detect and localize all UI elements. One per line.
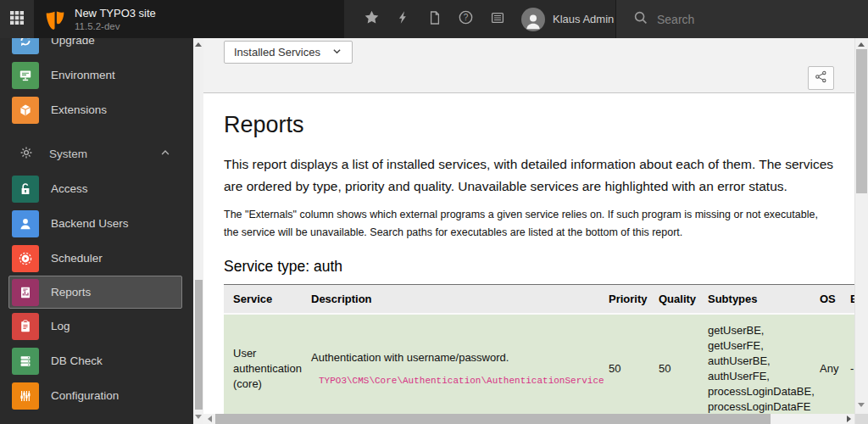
help-button[interactable]: ? xyxy=(450,0,481,38)
sidebar-item-upgrade[interactable]: Upgrade xyxy=(0,38,193,58)
avatar xyxy=(521,8,545,31)
sidebar-section-label: System xyxy=(49,148,87,160)
horizontal-scrollbar xyxy=(203,414,854,424)
bolt-icon xyxy=(396,10,410,28)
col-header-quality: Quality xyxy=(649,285,698,315)
monitor-icon xyxy=(12,62,39,89)
site-title: New TYPO3 site xyxy=(75,7,156,20)
clipboard-icon xyxy=(12,313,39,340)
docheader: Installed Services xyxy=(203,38,854,93)
horizontal-scrollbar-thumb[interactable] xyxy=(215,414,771,424)
sidebar-item-log[interactable]: Log xyxy=(0,309,193,343)
scroll-up-arrow-icon[interactable] xyxy=(195,42,202,47)
flush-cache-button[interactable] xyxy=(387,0,419,38)
svg-text:?: ? xyxy=(464,13,469,22)
play-circle-icon xyxy=(12,245,39,272)
grid-icon xyxy=(9,10,25,29)
system-information-button[interactable] xyxy=(481,0,513,38)
username-label: Klaus Admin xyxy=(553,13,614,25)
col-header-description: Description xyxy=(302,285,599,315)
search-icon xyxy=(633,10,648,29)
cell-quality: 50 xyxy=(649,314,698,414)
typo3-logo-icon xyxy=(44,8,66,31)
chevron-up-icon xyxy=(159,147,171,162)
col-header-service: Service xyxy=(224,285,302,315)
toolbar-search xyxy=(615,0,868,38)
sidebar-item-access[interactable]: Access xyxy=(0,171,193,206)
sidebar-item-label: Backend Users xyxy=(51,217,129,230)
view-selector-dropdown[interactable]: Installed Services xyxy=(224,41,353,64)
scroll-left-arrow-icon[interactable] xyxy=(208,416,212,422)
chevron-down-icon xyxy=(320,45,342,60)
sidebar-item-label: Configuration xyxy=(51,389,119,402)
help-icon: ? xyxy=(458,9,474,29)
col-header-externals: Externals xyxy=(841,285,854,315)
module-menu-scrollbar-thumb[interactable] xyxy=(195,280,203,410)
content-vertical-scrollbar xyxy=(854,38,868,424)
cell-externals: - xyxy=(841,314,854,414)
report-lead-text: This report displays a list of installed… xyxy=(224,153,854,197)
service-type-heading: Service type: auth xyxy=(224,257,854,276)
service-class-name: TYPO3\CMS\Core\Authentication\Authentica… xyxy=(319,373,604,388)
sidebar-item-label: Log xyxy=(51,320,70,332)
col-header-subtypes: Subtypes xyxy=(698,285,810,315)
vertical-scrollbar-thumb[interactable] xyxy=(856,49,867,193)
user-menu-button[interactable]: Klaus Admin xyxy=(521,8,614,31)
cell-subtypes: getUserBE, getUserFE, authUserBE, authUs… xyxy=(698,314,810,414)
sidebar-item-backend-users[interactable]: Backend Users xyxy=(0,206,193,241)
toolbar-items: ? Klaus Admin xyxy=(344,0,615,38)
report-body: Reports This report displays a list of i… xyxy=(203,93,854,414)
refresh-icon xyxy=(12,38,39,54)
scroll-right-arrow-icon[interactable] xyxy=(847,416,851,422)
sidebar-item-label: Reports xyxy=(51,286,91,298)
cube-icon xyxy=(12,97,39,124)
unlock-icon xyxy=(12,176,39,203)
service-description: Authentication with username/password. xyxy=(311,350,593,365)
sidebar-item-environment[interactable]: Environment xyxy=(0,58,193,92)
site-version: 11.5.2-dev xyxy=(75,20,156,32)
new-page-button[interactable] xyxy=(419,0,450,38)
site-header[interactable]: New TYPO3 site 11.5.2-dev xyxy=(34,0,344,38)
col-header-os: OS xyxy=(810,285,841,315)
sidebar-section-system[interactable]: System xyxy=(0,137,193,171)
services-table: Service Description Priority Quality Sub… xyxy=(224,284,854,414)
module-menu-scrollbar xyxy=(193,38,203,424)
sidebar-item-label: Upgrade xyxy=(51,38,95,47)
database-icon xyxy=(12,348,39,375)
star-icon xyxy=(364,9,380,29)
table-row: User authentication (core) Authenticatio… xyxy=(224,314,854,414)
main-layout: Upgrade Environment Extensions System Ac… xyxy=(0,38,868,424)
sidebar-item-label: Extensions xyxy=(51,103,107,116)
module-menu: Upgrade Environment Extensions System Ac… xyxy=(0,38,193,424)
bookmarks-button[interactable] xyxy=(356,0,387,38)
topbar: New TYPO3 site 11.5.2-dev ? Klaus Admin xyxy=(0,0,868,38)
user-icon xyxy=(12,210,39,237)
module-menu-toggle-button[interactable] xyxy=(0,0,34,38)
sidebar-item-label: DB Check xyxy=(51,354,103,367)
sidebar-item-label: Scheduler xyxy=(51,252,103,265)
list-icon xyxy=(490,10,505,29)
cell-os: Any xyxy=(810,314,841,414)
sidebar-item-extensions[interactable]: Extensions xyxy=(0,92,193,127)
report-chart-icon xyxy=(12,279,39,306)
scroll-down-arrow-icon[interactable] xyxy=(858,403,865,407)
sidebar-item-db-check[interactable]: DB Check xyxy=(0,343,193,378)
cell-description: Authentication with username/password. T… xyxy=(302,314,599,414)
scroll-up-arrow-icon[interactable] xyxy=(858,42,865,47)
page-icon xyxy=(427,10,442,29)
share-button[interactable] xyxy=(808,66,834,90)
sidebar-item-label: Access xyxy=(51,182,88,195)
cell-service: User authentication (core) xyxy=(224,314,302,414)
sidebar-item-reports[interactable]: Reports xyxy=(8,276,182,309)
sidebar-item-configuration[interactable]: Configuration xyxy=(0,378,193,413)
col-header-priority: Priority xyxy=(599,285,649,315)
gear-icon xyxy=(19,145,34,164)
search-input[interactable] xyxy=(657,13,826,26)
scroll-down-arrow-icon[interactable] xyxy=(195,415,202,419)
scrollbar-corner xyxy=(855,414,868,424)
view-selector-label: Installed Services xyxy=(234,46,320,59)
sidebar-item-label: Environment xyxy=(51,69,115,81)
sidebar-item-scheduler[interactable]: Scheduler xyxy=(0,241,193,276)
sliders-icon xyxy=(12,382,39,410)
cell-priority: 50 xyxy=(599,314,649,414)
